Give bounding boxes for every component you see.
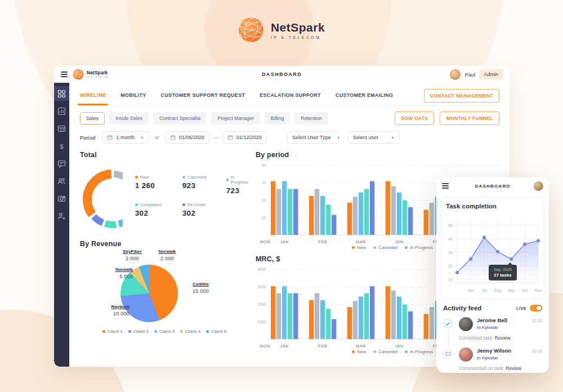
role-badge[interactable]: Admin <box>479 69 503 79</box>
by-revenue-title: By Revenue <box>80 240 249 248</box>
menu-icon[interactable] <box>61 72 68 77</box>
monthly-funnel-button[interactable]: MONTHLY FUNNEL <box>440 112 499 125</box>
live-toggle[interactable] <box>530 305 542 311</box>
legend-dot <box>102 330 105 333</box>
legend-item-new: New <box>352 245 366 250</box>
date-from-input[interactable]: 01/06/2020 <box>165 131 209 144</box>
sidebar-item-add-user[interactable] <box>54 208 69 223</box>
sidebar-item-media[interactable] <box>54 191 69 206</box>
legend-item-client-5: Client 5 <box>206 329 226 334</box>
activity-time: 10:30 <box>531 318 542 323</box>
svg-text:Sep: Sep <box>508 288 515 293</box>
tab-escalation-support[interactable]: ESCALATION SUPPORT <box>260 87 321 105</box>
sow-data-button[interactable]: SOW DATA <box>395 112 434 125</box>
chip-retention[interactable]: Retention <box>294 112 328 124</box>
pie-label-value: 2 000 <box>150 255 185 261</box>
user-cluster: Paul Admin <box>450 69 503 80</box>
svg-text:Oct: Oct <box>522 288 528 292</box>
activity-item[interactable]: Jenny Wilson10:30In KyivstarCommetnted o… <box>443 348 542 371</box>
table-icon <box>57 124 66 133</box>
sidebar-item-messages[interactable] <box>54 156 69 171</box>
legend-dot <box>352 246 355 249</box>
pie-label-norwalk[interactable]: Norwalk2 000 <box>150 249 185 261</box>
calendar-icon <box>107 135 113 140</box>
legend-dot <box>135 203 138 206</box>
globe-icon <box>73 69 84 80</box>
chip-inside-sales[interactable]: Inside Sales <box>109 112 149 124</box>
tab-wireline[interactable]: WIRELINE <box>80 87 106 105</box>
contact-management-button[interactable]: CONTACT MANAGEMENT <box>424 89 499 103</box>
sidebar: $ <box>54 83 69 367</box>
pie-label-norwalk[interactable]: Norwalk5 000 <box>84 267 133 279</box>
panel-avatar[interactable] <box>534 181 543 191</box>
chat-icon <box>57 159 66 168</box>
svg-text:2000: 2000 <box>257 302 266 306</box>
chip-project-manager[interactable]: Project Manager <box>211 112 260 124</box>
legend-item-new: New <box>352 349 366 354</box>
activity-item-top: Jerome Bell10:30 <box>477 317 542 323</box>
legend-label: In Progress <box>226 175 249 185</box>
pie-label-rayburn[interactable]: Rayburn10 000 <box>81 304 129 317</box>
chip-sales[interactable]: Sales <box>80 112 105 124</box>
activity-item-row: Jenny Wilson10:30In Kyivstar <box>459 348 542 362</box>
sidebar-item-team[interactable] <box>54 173 69 188</box>
sidebar-item-dashboard[interactable] <box>54 86 69 101</box>
user-select[interactable]: Select user▼ <box>348 131 400 144</box>
chevron-down-icon: ▼ <box>140 136 144 140</box>
pie-label-value: 10 000 <box>81 310 129 317</box>
legend-value: 723 <box>226 186 249 195</box>
tab-customer-emailing[interactable]: CUSTOMER EMAILING <box>336 87 393 105</box>
svg-text:JAN: JAN <box>280 239 288 244</box>
svg-text:Aug: Aug <box>494 288 502 293</box>
brand-logo: NetSpark IP & TELECOM <box>0 17 563 43</box>
svg-text:JAN: JAN <box>280 344 288 349</box>
avatar <box>459 348 473 362</box>
legend-item-new: New1 260 <box>135 175 182 195</box>
legend-dot <box>182 203 185 206</box>
chip-billing[interactable]: Billing <box>265 112 290 124</box>
sidebar-item-analytics[interactable] <box>54 104 69 118</box>
activity-item-top: Jenny Wilson10:30 <box>477 348 542 354</box>
pie-label-value: 2 000 <box>115 255 150 261</box>
by-revenue-pie-block: Codillis15 000Rayburn10 000Norwalk5 000S… <box>80 250 249 339</box>
svg-text:FEB: FEB <box>318 344 327 349</box>
legend-item-client-4: Client 4 <box>180 329 200 334</box>
chevron-down-icon: ▼ <box>391 136 395 140</box>
legend-item-client-2: Client 2 <box>128 329 149 334</box>
chevron-down-icon: ▼ <box>336 136 340 140</box>
app-brand-name: NetSpark <box>87 70 108 75</box>
tab-customer-support-request[interactable]: CUSTOMER SUPPORT REQUEST <box>160 87 245 105</box>
activity-action: Completed task: Review <box>459 335 542 341</box>
svg-text:30: 30 <box>448 251 453 255</box>
activity-user-name: Jenny Wilson <box>477 348 511 354</box>
user-type-select[interactable]: Select User Type▼ <box>287 131 339 144</box>
legend-dot <box>206 330 209 333</box>
svg-text:1000: 1000 <box>257 320 266 324</box>
panel-menu-icon[interactable] <box>442 183 449 189</box>
tab-mobility[interactable]: MOBILITY <box>120 87 146 105</box>
task-completion-line-chart: 1020304050JunJulAugSepOctNov <box>446 213 545 296</box>
activity-item[interactable]: Jerome Bell10:30In KyivstarCompleted tas… <box>443 317 542 341</box>
legend-dot <box>373 246 376 249</box>
total-donut-chart <box>81 168 123 231</box>
check-icon <box>443 319 453 328</box>
mini-dashboard-panel: DASHBOARD Task completion 1020304050JunJ… <box>436 177 549 373</box>
total-donut-block: New1 260Canceled923In Progress723Complet… <box>80 168 249 231</box>
chart-square-icon <box>57 107 66 115</box>
comment-icon <box>443 349 453 359</box>
sidebar-item-tables[interactable] <box>54 121 69 136</box>
by-period-title: By period <box>256 151 499 159</box>
period-select[interactable]: 1 month▼ <box>102 131 149 144</box>
sidebar-item-billing[interactable]: $ <box>54 139 69 153</box>
page-title: DASHBOARD <box>262 72 302 77</box>
avatar[interactable] <box>450 69 461 80</box>
pie-label-codillis[interactable]: Codillis15 000 <box>193 282 232 294</box>
svg-text:MAR: MAR <box>356 344 366 349</box>
pie-label-skyfiber[interactable]: SkyFiber2 000 <box>115 249 150 261</box>
filter-chips-row: SalesInside SalesContract SpecialistProj… <box>80 112 499 125</box>
legend-item-completed: Completed302 <box>135 202 182 217</box>
chip-contract-specialist[interactable]: Contract Specialist <box>153 112 207 124</box>
date-to-input[interactable]: 01/12/2020 <box>222 131 267 144</box>
pie-label-name: SkyFiber <box>115 249 150 254</box>
users-icon <box>57 177 66 185</box>
